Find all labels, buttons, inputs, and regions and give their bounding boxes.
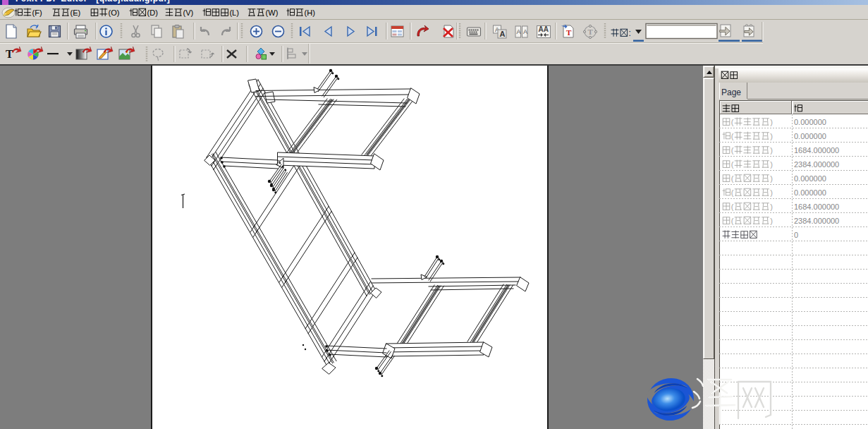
- svg-text:2384.000000: 2384.000000: [794, 217, 839, 225]
- svg-text:(: (: [731, 118, 734, 126]
- svg-text:(V): (V): [183, 8, 194, 17]
- svg-text::: :: [629, 28, 631, 38]
- svg-text:T: T: [566, 28, 572, 37]
- svg-text:AA: AA: [539, 25, 549, 33]
- svg-text:(O): (O): [109, 8, 120, 17]
- svg-text:): ): [770, 132, 773, 140]
- svg-text:(E): (E): [71, 8, 81, 17]
- svg-text:0.000000: 0.000000: [794, 174, 826, 183]
- svg-text:): ): [770, 188, 773, 197]
- svg-text:(L): (L): [229, 8, 238, 17]
- svg-text:): ): [770, 174, 773, 183]
- svg-text:(F): (F): [32, 8, 42, 17]
- svg-text:Page: Page: [721, 87, 741, 97]
- svg-text:2384.000000: 2384.000000: [794, 160, 839, 169]
- svg-text:): ): [770, 146, 773, 155]
- svg-text:T: T: [6, 48, 13, 60]
- svg-text:A: A: [523, 28, 527, 35]
- svg-text:0.000000: 0.000000: [794, 132, 826, 140]
- svg-text:1684.000000: 1684.000000: [794, 146, 839, 155]
- svg-text:(: (: [731, 217, 734, 225]
- svg-text:0: 0: [794, 231, 798, 239]
- svg-text:(D): (D): [147, 8, 158, 17]
- svg-text:T: T: [588, 28, 594, 36]
- svg-text:0.000000: 0.000000: [794, 118, 826, 126]
- svg-text:1684.000000: 1684.000000: [794, 203, 839, 211]
- svg-text:A: A: [500, 30, 506, 38]
- svg-text:): ): [770, 217, 773, 225]
- svg-text:(: (: [731, 160, 734, 169]
- svg-text:): ): [770, 118, 773, 126]
- svg-text:(: (: [731, 174, 734, 183]
- svg-text:0.000000: 0.000000: [794, 188, 826, 197]
- svg-text:(: (: [731, 188, 734, 197]
- svg-text:(: (: [731, 203, 734, 211]
- svg-text:(: (: [731, 132, 734, 140]
- svg-text:(W): (W): [266, 8, 279, 17]
- svg-text:): ): [770, 160, 773, 169]
- svg-text:A: A: [517, 28, 521, 35]
- svg-text:(: (: [731, 146, 734, 155]
- svg-text:): ): [770, 203, 773, 211]
- svg-text:(H): (H): [305, 8, 315, 17]
